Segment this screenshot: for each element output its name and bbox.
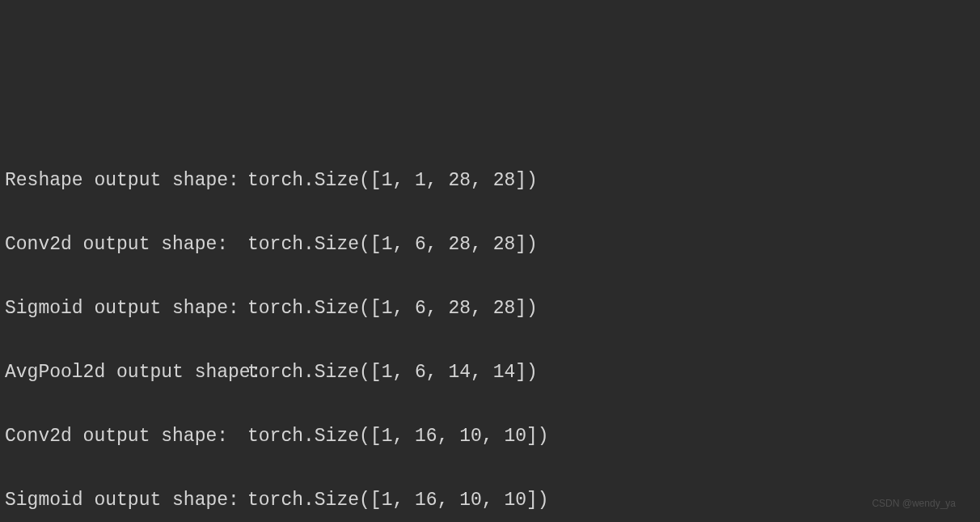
output-row: Sigmoid output shape: torch.Size([1, 16,… bbox=[5, 485, 980, 517]
tensor-size: torch.Size([1, 6, 28, 28]) bbox=[247, 229, 538, 261]
layer-name: Conv2d output shape: bbox=[5, 229, 247, 261]
layer-name: AvgPool2d output shape: bbox=[5, 357, 247, 389]
terminal-output: Reshape output shape: torch.Size([1, 1, … bbox=[5, 133, 980, 522]
output-row: Conv2d output shape: torch.Size([1, 16, … bbox=[5, 421, 980, 453]
tensor-size: torch.Size([1, 16, 10, 10]) bbox=[247, 485, 549, 517]
output-row: AvgPool2d output shape: torch.Size([1, 6… bbox=[5, 357, 980, 389]
layer-name: Sigmoid output shape: bbox=[5, 293, 247, 325]
output-row: Sigmoid output shape: torch.Size([1, 6, … bbox=[5, 293, 980, 325]
layer-name: Sigmoid output shape: bbox=[5, 485, 247, 517]
output-row: Conv2d output shape: torch.Size([1, 6, 2… bbox=[5, 229, 980, 261]
tensor-size: torch.Size([1, 1, 28, 28]) bbox=[247, 165, 538, 197]
output-row: Reshape output shape: torch.Size([1, 1, … bbox=[5, 165, 980, 197]
layer-name: Reshape output shape: bbox=[5, 165, 247, 197]
layer-name: Conv2d output shape: bbox=[5, 421, 247, 453]
tensor-size: torch.Size([1, 6, 14, 14]) bbox=[247, 357, 538, 389]
tensor-size: torch.Size([1, 6, 28, 28]) bbox=[247, 293, 538, 325]
tensor-size: torch.Size([1, 16, 10, 10]) bbox=[247, 421, 549, 453]
